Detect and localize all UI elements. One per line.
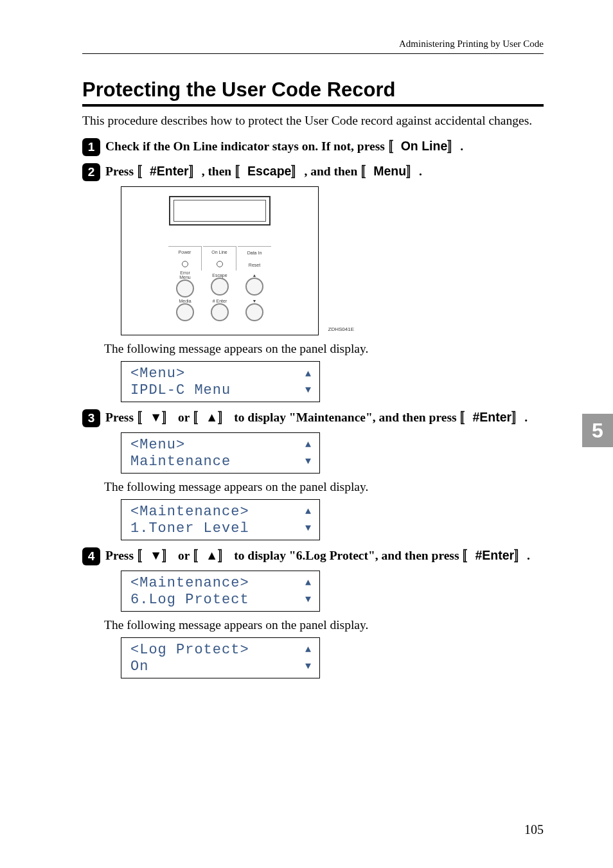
- lcd-down-arrow-icon: ▼: [305, 661, 312, 673]
- key-enter: #Enter: [475, 548, 514, 562]
- step-1-text: Check if the On Line indicator stays on.…: [105, 137, 463, 155]
- title-rule: [82, 104, 544, 107]
- close-bracket: 〛: [291, 164, 304, 178]
- cell-error-menu: ErrorMenu: [176, 270, 194, 297]
- close-bracket: 〛: [447, 139, 460, 153]
- label-datain: Data In: [247, 251, 262, 255]
- lcd-up-arrow-icon: ▲: [305, 439, 312, 451]
- t: , and then: [304, 164, 360, 178]
- cell-media: Media: [176, 299, 194, 321]
- label-menu: Menu: [179, 275, 191, 279]
- lcd-display-1: <Menu>▲ IPDL-C Menu▼: [121, 361, 320, 402]
- panel-screen-inner: [173, 200, 266, 222]
- page-number: 105: [524, 822, 544, 837]
- lcd2-line1: <Menu>: [130, 437, 185, 454]
- lcd-display-5: <Log Protect>▲ On▼: [121, 637, 320, 678]
- lcd4-line1: <Maintenance>: [130, 575, 249, 592]
- close-bracket: 〛: [406, 164, 419, 178]
- lcd-display-4: <Maintenance>▲ 6.Log Protect▼: [121, 571, 320, 612]
- lcd-display-2: <Menu>▲ Maintenance▼: [121, 432, 320, 474]
- key-enter: #Enter: [150, 164, 189, 178]
- open-bracket: 〚: [462, 549, 475, 562]
- lcd-down-arrow-icon: ▼: [305, 523, 312, 535]
- t: .: [524, 411, 528, 424]
- key-down: ▼: [150, 410, 162, 424]
- cell-power: Power: [168, 246, 202, 270]
- section-title: Protecting the User Code Record: [82, 78, 544, 102]
- button-circle-icon: [211, 278, 229, 296]
- close-bracket: 〛: [218, 411, 231, 424]
- step-1-post: .: [460, 139, 463, 153]
- key-down: ▼: [150, 548, 162, 562]
- led-icon: [217, 261, 223, 267]
- key-online: On Line: [401, 139, 448, 153]
- t: Press: [105, 164, 137, 178]
- down-icon: ▼: [253, 299, 257, 303]
- step-4-text: Press 〚▼〛 or 〚▲〛 to display "6.Log Prote…: [105, 547, 530, 564]
- key-up: ▲: [206, 410, 218, 424]
- cell-escape: Escape: [211, 273, 229, 296]
- chapter-tab: 5: [582, 414, 613, 447]
- message-note-2: The following message appears on the pan…: [104, 480, 544, 494]
- control-panel-diagram: Power On Line Data InReset ErrorMenu Esc…: [121, 186, 319, 335]
- cell-online: On Line: [203, 246, 236, 270]
- open-bracket: 〚: [388, 139, 401, 153]
- up-icon: ▲: [253, 273, 257, 278]
- lcd-up-arrow-icon: ▲: [305, 369, 312, 380]
- open-bracket: 〚: [235, 164, 247, 178]
- running-header: Administering Printing by User Code: [82, 39, 544, 54]
- t: to display "6.Log Protect", and then pre…: [231, 549, 462, 562]
- lcd-up-arrow-icon: ▲: [305, 578, 312, 589]
- diagram-code: ZDHS041E: [328, 326, 354, 332]
- step-number-icon: 1: [82, 138, 100, 156]
- t: or: [175, 549, 193, 562]
- close-bracket: 〛: [162, 549, 175, 562]
- button-circle-icon: [211, 303, 229, 321]
- panel-button-grid: Power On Line Data InReset ErrorMenu Esc…: [168, 233, 271, 322]
- step-2: 2 Press 〚#Enter〛, then 〚Escape〛, and the…: [82, 163, 544, 181]
- cell-datain: Data InReset: [238, 246, 271, 270]
- cell-down: ▼: [245, 299, 263, 321]
- lcd3-line2: 1.Toner Level: [130, 520, 249, 537]
- open-bracket: 〚: [193, 411, 206, 424]
- led-icon: [182, 261, 188, 267]
- open-bracket: 〚: [137, 549, 150, 562]
- open-bracket: 〚: [459, 411, 472, 424]
- label-media: Media: [179, 299, 191, 303]
- t: , then: [202, 164, 235, 178]
- lcd1-line1: <Menu>: [130, 366, 185, 382]
- label-error: Error: [180, 270, 190, 275]
- key-escape: Escape: [247, 164, 291, 178]
- message-note-3: The following message appears on the pan…: [104, 618, 544, 632]
- step-1-pre: Check if the On Line indicator stays on.…: [105, 139, 388, 153]
- step-number-icon: 3: [82, 409, 100, 427]
- lcd-up-arrow-icon: ▲: [305, 506, 312, 518]
- label-power: Power: [179, 250, 191, 254]
- label-online: On Line: [211, 250, 227, 254]
- step-4: 4 Press 〚▼〛 or 〚▲〛 to display "6.Log Pro…: [82, 547, 544, 565]
- lcd-down-arrow-icon: ▼: [305, 456, 312, 468]
- open-bracket: 〚: [360, 164, 373, 178]
- button-circle-icon: [176, 279, 194, 297]
- step-3: 3 Press 〚▼〛 or 〚▲〛 to display "Maintenan…: [82, 409, 544, 427]
- button-circle-icon: [176, 303, 194, 321]
- open-bracket: 〚: [137, 411, 150, 424]
- t: Press: [105, 549, 137, 562]
- step-number-icon: 2: [82, 163, 100, 181]
- panel-screen: [169, 196, 271, 226]
- lcd-up-arrow-icon: ▲: [305, 644, 312, 656]
- lcd-display-3: <Maintenance>▲ 1.Toner Level▼: [121, 499, 320, 540]
- t: Press: [105, 411, 137, 424]
- lcd-down-arrow-icon: ▼: [305, 594, 312, 606]
- lcd3-line1: <Maintenance>: [130, 504, 249, 520]
- lcd-down-arrow-icon: ▼: [305, 385, 312, 396]
- step-number-icon: 4: [82, 547, 100, 565]
- step-3-text: Press 〚▼〛 or 〚▲〛 to display "Maintenance…: [105, 409, 528, 426]
- key-menu: Menu: [373, 164, 406, 178]
- button-circle-icon: [245, 303, 263, 321]
- key-enter: #Enter: [472, 410, 511, 424]
- message-note-1: The following message appears on the pan…: [104, 342, 544, 356]
- close-bracket: 〛: [514, 549, 527, 562]
- label-enter: # Enter: [213, 299, 227, 303]
- button-circle-icon: [245, 278, 263, 296]
